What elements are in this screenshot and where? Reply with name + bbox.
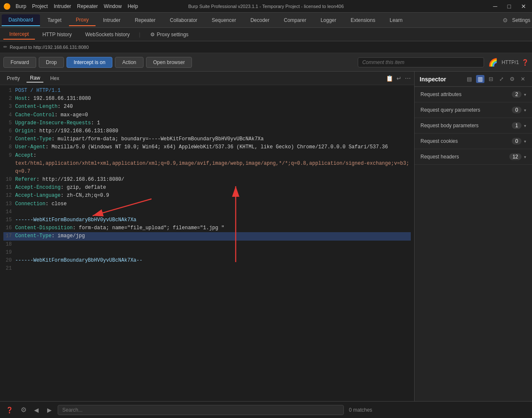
tab-learn[interactable]: Learn [383, 15, 410, 26]
chevron-down-icon-1: ▾ [524, 108, 526, 113]
help-bottom-icon[interactable]: ❓ [3, 405, 16, 415]
line-12: 12Accept-Language: zh-CN,zh;q=0.9 [3, 192, 411, 200]
toolbar-icons: 📋 ↵ ⋯ [386, 75, 411, 82]
line-9: 9Accept: [3, 152, 411, 160]
inspector-num-cookies: 0 [512, 138, 521, 145]
tab-dashboard[interactable]: Dashboard [2, 14, 40, 26]
line-content-9: Accept: [15, 152, 411, 160]
line-19: 19 [3, 249, 411, 257]
request-url: Request to http://192.168.66.131:8080 [10, 45, 89, 50]
menu-intruder[interactable]: Intruder [54, 3, 71, 9]
tab-comparer[interactable]: Comparer [277, 15, 313, 26]
line-16: 16Content-Disposition: form-data; name="… [3, 224, 411, 232]
drop-button[interactable]: Drop [39, 57, 64, 68]
inspector-row-body-params[interactable]: Request body parameters 1 ▾ [415, 118, 532, 133]
intercept-toggle-button[interactable]: Intercept is on [66, 57, 112, 68]
view-tab-pretty[interactable]: Pretty [3, 75, 23, 82]
line-number-8: 8 [3, 143, 12, 151]
editor-content[interactable]: 1POST / HTTP/1.12Host: 192.168.66.131:80… [0, 85, 414, 401]
forward-nav-button[interactable]: ▶ [45, 405, 54, 415]
maximize-button[interactable]: □ [505, 2, 513, 11]
search-input[interactable] [58, 405, 344, 415]
line-number-4: 4 [3, 111, 12, 119]
line-number-20: 20 [3, 257, 12, 265]
help-icon[interactable]: ❓ [521, 59, 529, 66]
app-logo: 🟠 [3, 3, 11, 10]
line-5: 5Upgrade-Insecure-Requests: 1 [3, 119, 411, 127]
tab-logger[interactable]: Logger [314, 15, 343, 26]
line-15: 15------WebKitFormBoundaryBbHV0yvUBcNAk7… [3, 216, 411, 224]
settings-label[interactable]: Settings [512, 17, 530, 23]
sub-tab-http-history[interactable]: HTTP history [37, 30, 78, 39]
tab-collaborator[interactable]: Collaborator [163, 15, 204, 26]
close-button[interactable]: ✕ [519, 2, 529, 11]
menu-repeater[interactable]: Repeater [77, 3, 98, 9]
inspector-row-query-params[interactable]: Request query parameters 0 ▾ [415, 102, 532, 118]
tab-proxy[interactable]: Proxy [69, 14, 96, 26]
copy-icon[interactable]: 📋 [386, 75, 393, 82]
title-bar: 🟠 Burp Project Intruder Repeater Window … [0, 0, 532, 13]
inspector-row-request-attributes[interactable]: Request attributes 2 ▾ [415, 87, 532, 102]
inspector-close-icon[interactable]: ✕ [519, 75, 527, 83]
inspector-row-cookies[interactable]: Request cookies 0 ▾ [415, 134, 532, 149]
settings-bottom-icon[interactable]: ⚙ [19, 404, 28, 415]
more-icon[interactable]: ⋯ [405, 75, 411, 82]
line-number-15: 15 [3, 216, 12, 224]
line-content-11: Accept-Encoding: gzip, deflate [15, 184, 411, 192]
line-3: 3Content-Length: 240 [3, 103, 411, 111]
open-browser-button[interactable]: Open browser [146, 57, 192, 68]
inspector-toolbar: ▤ ▥ ⊟ ⤢ ⚙ ✕ [465, 75, 527, 83]
comment-input[interactable] [358, 57, 484, 67]
line-number-5: 5 [3, 119, 12, 127]
inspector-settings-icon[interactable]: ⚙ [508, 75, 516, 83]
view-tab-raw[interactable]: Raw [27, 74, 43, 83]
line-content-10: Referer: http://192.168.66.131:8080/ [15, 176, 411, 184]
line-9b: text/html,application/xhtml+xml,applicat… [3, 160, 411, 176]
line-2: 2Host: 192.168.66.131:8080 [3, 95, 411, 103]
proxy-settings-label: Proxy settings [157, 32, 188, 38]
back-button[interactable]: ◀ [32, 405, 41, 415]
editor-area: Pretty Raw Hex 📋 ↵ ⋯ 1POST / HTTP/1.12Ho… [0, 72, 414, 401]
line-20: 20------WebKitFormBoundaryBbHV0yvUBcNAk7… [3, 257, 411, 265]
title-bar-left: 🟠 Burp Project Intruder Repeater Window … [3, 3, 138, 10]
tab-repeater[interactable]: Repeater [128, 15, 162, 26]
line-content-4: Cache-Control: max-age=0 [15, 111, 411, 119]
line-number-18: 18 [3, 241, 12, 249]
menu-window[interactable]: Window [104, 3, 122, 9]
tab-target[interactable]: Target [41, 15, 68, 26]
sub-tabs: Intercept HTTP history WebSockets histor… [0, 28, 532, 41]
line-content-15: ------WebKitFormBoundaryBbHV0yvUBcNAk7Xa [15, 216, 411, 224]
menu-burp[interactable]: Burp [16, 3, 26, 9]
sub-tab-intercept[interactable]: Intercept [3, 29, 35, 40]
inspector-columns-icon[interactable]: ▥ [476, 75, 484, 83]
line-content-21 [15, 265, 411, 273]
action-button[interactable]: Action [115, 57, 143, 68]
line-1: 1POST / HTTP/1.1 [3, 87, 411, 95]
inspector-expand-icon[interactable]: ⤢ [497, 75, 505, 83]
proxy-settings-button[interactable]: ⚙ Proxy settings [147, 30, 192, 39]
line-number-3: 3 [3, 103, 12, 111]
tab-intruder[interactable]: Intruder [96, 15, 127, 26]
line-number-2: 2 [3, 95, 12, 103]
forward-button[interactable]: Forward [3, 57, 36, 68]
inspector-list-icon[interactable]: ▤ [465, 75, 473, 83]
sub-tab-websockets-history[interactable]: WebSockets history [80, 30, 136, 39]
menu-project[interactable]: Project [32, 3, 48, 9]
tab-sequencer[interactable]: Sequencer [205, 15, 243, 26]
line-content-16: Content-Disposition: form-data; name="fi… [15, 224, 411, 232]
tab-extensions[interactable]: Extensions [344, 15, 382, 26]
wrap-icon[interactable]: ↵ [396, 75, 402, 82]
minimize-button[interactable]: ─ [491, 2, 500, 11]
inspector-row-headers[interactable]: Request headers 12 ▾ [415, 149, 532, 164]
line-content-13: Connection: close [15, 200, 411, 208]
inspector-indent-icon[interactable]: ⊟ [487, 75, 495, 83]
edit-icon: ✏ [3, 44, 7, 50]
line-content-6: Origin: http://192.168.66.131:8080 [15, 127, 411, 135]
main-layout: Pretty Raw Hex 📋 ↵ ⋯ 1POST / HTTP/1.12Ho… [0, 72, 532, 401]
line-number-9b [3, 160, 12, 176]
settings-gear-icon[interactable]: ⚙ [499, 17, 511, 24]
tab-decoder[interactable]: Decoder [244, 15, 276, 26]
view-tab-hex[interactable]: Hex [47, 75, 62, 82]
menu-help[interactable]: Help [128, 3, 138, 9]
line-4: 4Cache-Control: max-age=0 [3, 111, 411, 119]
